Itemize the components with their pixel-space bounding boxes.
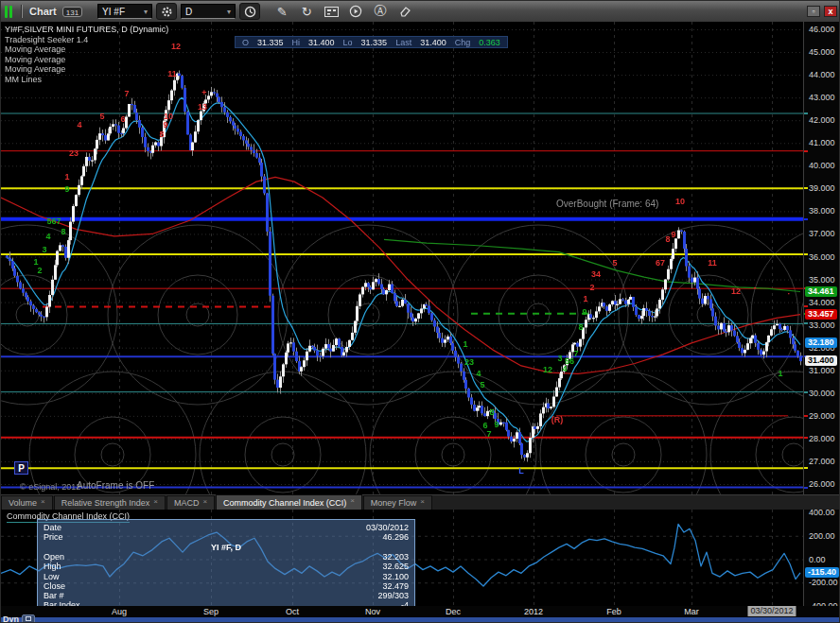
time-axis-month-label: Sep bbox=[203, 607, 219, 616]
tab-close-icon[interactable]: × bbox=[153, 497, 158, 506]
mm-line-axis-tick bbox=[804, 305, 808, 307]
symbol-dropdown[interactable]: YI #F ▾ bbox=[97, 4, 152, 19]
draw-tool-button[interactable]: ✎ bbox=[271, 3, 292, 20]
count-label: 1 bbox=[64, 173, 69, 182]
dyn-mode-label: Dyn bbox=[1, 614, 19, 623]
count-label: 12 bbox=[543, 366, 552, 374]
databox-row: Open32.203 bbox=[44, 552, 409, 562]
databox-row: Price46.296 bbox=[44, 532, 409, 542]
pin-icon bbox=[26, 616, 31, 621]
clock-icon bbox=[244, 6, 256, 18]
price-axis-tick: 36.000 bbox=[809, 252, 835, 262]
tab-close-icon[interactable]: × bbox=[41, 497, 45, 506]
quote-board-button[interactable] bbox=[321, 3, 341, 20]
databox-row: Bar #299/303 bbox=[44, 591, 409, 600]
last-label: Last bbox=[395, 38, 411, 47]
indicator-tab-volume[interactable]: Volume× bbox=[1, 495, 53, 510]
count-label: L bbox=[518, 467, 524, 476]
count-label: 23 bbox=[464, 358, 474, 367]
price-axis[interactable]: 46.00045.00044.00043.00042.00041.00040.0… bbox=[803, 22, 840, 494]
price-axis-tick: 33.000 bbox=[809, 320, 835, 330]
count-label: + bbox=[201, 89, 206, 97]
mm-line-axis-tick bbox=[804, 467, 808, 469]
titlebar: Chart 131 YI #F ▾ D ▾ ✎ ↻ bbox=[1, 1, 840, 22]
interval-dropdown[interactable]: D ▾ bbox=[181, 4, 236, 19]
price-badge: 31.400 bbox=[805, 355, 837, 366]
time-axis-month-label: Oct bbox=[286, 607, 299, 616]
count-label: 2 bbox=[589, 284, 594, 292]
window-title: Chart bbox=[29, 6, 57, 17]
count-label: 7 bbox=[573, 350, 578, 358]
pin-toggle-button[interactable] bbox=[22, 614, 35, 623]
refresh-icon: ↻ bbox=[302, 5, 312, 19]
count-label: · bbox=[788, 290, 791, 299]
window-active-indicator-icon bbox=[5, 6, 12, 18]
price-axis-tick: 37.000 bbox=[809, 229, 835, 238]
time-template-button[interactable] bbox=[239, 3, 260, 20]
mm-line-axis-tick bbox=[804, 322, 808, 324]
price-chart-canvas[interactable] bbox=[1, 22, 803, 494]
indicator-tab-commodity-channel-index-cci[interactable]: Commodity Channel Index (CCI)× bbox=[216, 494, 362, 510]
refresh-button[interactable]: ↻ bbox=[296, 3, 317, 20]
replay-button[interactable] bbox=[345, 3, 366, 20]
time-axis-month-label: Aug bbox=[112, 607, 127, 616]
tab-close-icon[interactable]: × bbox=[420, 497, 425, 506]
databox-row: YI #F, D bbox=[44, 543, 409, 552]
chart-window: Chart 131 YI #F ▾ D ▾ ✎ ↻ bbox=[0, 0, 840, 623]
tab-close-icon[interactable]: × bbox=[350, 496, 355, 505]
legend-line: YI#F,SILVER MINI FUTURES, D (Dynamic) bbox=[5, 25, 168, 35]
chevron-down-icon: ▾ bbox=[227, 8, 231, 16]
change-value: 0.363 bbox=[479, 38, 500, 47]
databox-tooltip: Date03/30/2012Price46.296YI #F, DOpen32.… bbox=[37, 519, 415, 610]
count-label: 4 bbox=[45, 233, 50, 241]
databox-row-value: 03/30/2012 bbox=[366, 523, 409, 532]
window-close-button[interactable]: x bbox=[824, 6, 837, 17]
databox-row: Low32.100 bbox=[44, 572, 409, 581]
count-label: 5 bbox=[612, 259, 617, 268]
count-label: 11 bbox=[167, 70, 177, 78]
cci-value-badge: -115.40 bbox=[805, 567, 839, 578]
erase-tool-button[interactable] bbox=[394, 3, 415, 20]
count-label: 9 bbox=[582, 308, 586, 317]
price-axis-tick: 27.000 bbox=[809, 457, 835, 466]
count-label: 13 bbox=[198, 103, 207, 112]
open-label: O bbox=[242, 38, 249, 47]
count-label: 8 bbox=[578, 323, 583, 332]
databox-row-label: High bbox=[44, 562, 61, 571]
databox-row-label: Low bbox=[44, 572, 60, 581]
databox-row-label: Bar # bbox=[44, 591, 64, 600]
count-label: 7 bbox=[486, 430, 491, 439]
statusbar: Dyn bbox=[1, 614, 35, 623]
tab-label: Volume bbox=[9, 498, 37, 508]
indicator-tab-money-flow[interactable]: Money Flow× bbox=[363, 495, 432, 510]
symbol-settings-button[interactable] bbox=[156, 3, 177, 20]
tab-label: Commodity Channel Index (CCI) bbox=[223, 498, 346, 508]
overbought-frame-label: OverBought (Frame: 64) bbox=[556, 199, 658, 209]
auto-annotate-button[interactable]: Ⓐ bbox=[370, 3, 391, 20]
p-marker-badge[interactable]: P bbox=[14, 461, 28, 475]
mm-line-axis-tick bbox=[804, 218, 808, 220]
count-label: 9 bbox=[163, 121, 167, 130]
count-label: 8 bbox=[159, 130, 164, 139]
tab-close-icon[interactable]: × bbox=[202, 497, 207, 506]
indicator-tab-macd[interactable]: MACD× bbox=[166, 495, 215, 510]
price-axis-tick: 38.000 bbox=[809, 206, 835, 216]
count-label: 7 bbox=[124, 90, 129, 98]
chevron-down-icon: ▾ bbox=[144, 8, 148, 16]
count-label: 5 bbox=[480, 381, 484, 389]
pencil-icon: ✎ bbox=[277, 5, 288, 19]
cci-axis[interactable]: 400.00200.000.00-200.00-400.00-115.40 bbox=[803, 510, 840, 606]
price-badge: 32.180 bbox=[805, 337, 837, 348]
count-label: 9 bbox=[671, 231, 675, 239]
count-label: 23 bbox=[69, 149, 79, 158]
window-restore-button[interactable]: ▫ bbox=[807, 6, 820, 17]
databox-row-value: 32.625 bbox=[382, 562, 409, 571]
close-icon: x bbox=[828, 8, 832, 16]
time-axis-month-label: Nov bbox=[365, 607, 380, 616]
auto-a-icon: Ⓐ bbox=[375, 3, 387, 20]
time-axis[interactable]: AugSepOctNovDec2012FebMar03/30/2012 bbox=[1, 606, 840, 617]
databox-row-label: Price bbox=[44, 532, 63, 542]
price-axis-tick: 29.000 bbox=[809, 411, 835, 421]
databox-row-value: 46.296 bbox=[382, 532, 409, 542]
indicator-tab-relative-strength-index[interactable]: Relative Strength Index× bbox=[54, 495, 166, 510]
